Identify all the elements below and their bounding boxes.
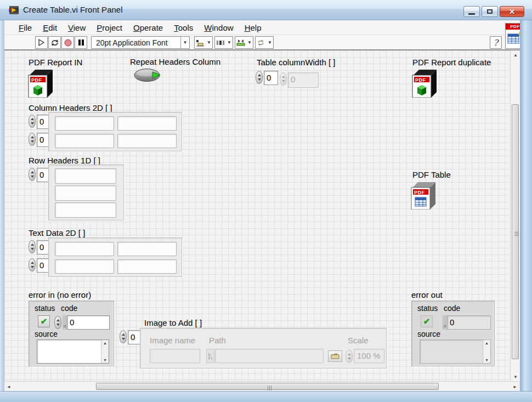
- chevron-down-icon: [180, 37, 189, 48]
- distribute-objects-icon: [215, 39, 226, 47]
- resize-objects-button[interactable]: [235, 36, 253, 49]
- status-boolean[interactable]: ✔: [38, 315, 50, 327]
- window-frame-right: [520, 20, 532, 391]
- array-element-string[interactable]: [55, 259, 114, 274]
- image-name-label: Image name: [150, 336, 195, 345]
- folder-icon: [331, 353, 339, 359]
- run-continuous-icon: [50, 38, 59, 47]
- reorder-objects-icon: [256, 39, 267, 47]
- code-label: code: [61, 304, 77, 313]
- run-continuously-button[interactable]: [48, 36, 61, 49]
- align-objects-icon: [195, 39, 206, 47]
- index-spinner[interactable]: [29, 133, 36, 146]
- minimize-icon: [468, 13, 475, 15]
- menu-tools[interactable]: Tools: [168, 21, 199, 34]
- maximize-icon: [487, 9, 493, 14]
- pause-button[interactable]: [75, 36, 87, 49]
- font-selector[interactable]: 20pt Application Font: [91, 36, 190, 49]
- radix-indicator: d: [443, 315, 447, 330]
- run-button[interactable]: [35, 36, 48, 49]
- text-data-2d-array: [48, 237, 182, 277]
- source-string[interactable]: ▲ ▼: [37, 339, 109, 364]
- column-headers-2d-col-index: 0: [29, 133, 51, 147]
- array-element-string[interactable]: [55, 202, 116, 218]
- reorder-objects-button[interactable]: [255, 36, 274, 49]
- array-element-string[interactable]: [117, 134, 177, 148]
- align-objects-button[interactable]: [194, 36, 213, 49]
- scroll-down-icon[interactable]: ▼: [511, 372, 520, 381]
- maximize-button[interactable]: [482, 6, 498, 17]
- svg-text:PDF: PDF: [415, 77, 426, 83]
- index-spinner[interactable]: [120, 330, 127, 343]
- svg-text:PDF: PDF: [31, 77, 42, 83]
- distribute-objects-button[interactable]: [214, 36, 233, 49]
- repeat-headers-column-button[interactable]: [133, 67, 163, 83]
- menu-view[interactable]: View: [63, 21, 91, 34]
- pdf-table-label: PDF Table: [412, 170, 451, 179]
- scroll-up-icon[interactable]: ▲: [485, 341, 489, 345]
- menu-help[interactable]: Help: [239, 21, 267, 34]
- context-help-button[interactable]: ?: [490, 36, 502, 49]
- source-scrollbar[interactable]: ▲ ▼: [101, 340, 109, 363]
- thumb-grip: [268, 386, 272, 390]
- pdf-report-in-icon[interactable]: PDF: [27, 69, 54, 98]
- chevron-down-icon: [226, 37, 233, 48]
- scroll-right-icon[interactable]: ►: [511, 382, 519, 392]
- source-string: ▲ ▼: [420, 339, 491, 364]
- index-spinner[interactable]: [29, 168, 36, 181]
- scroll-down-icon[interactable]: ▼: [485, 358, 489, 362]
- source-scrollbar[interactable]: ▲ ▼: [483, 340, 490, 363]
- svg-text:PDF: PDF: [414, 190, 425, 195]
- image-to-add-index: 0: [120, 330, 142, 344]
- code-value[interactable]: 0: [67, 315, 110, 330]
- pdf-table-icon[interactable]: PDF: [410, 181, 437, 210]
- scroll-up-icon[interactable]: ▲: [103, 341, 107, 345]
- abort-button[interactable]: [61, 36, 74, 49]
- column-headers-2d-array: [48, 112, 182, 151]
- index-spinner[interactable]: [29, 115, 36, 128]
- pdf-report-duplicate-icon[interactable]: PDF: [411, 69, 438, 98]
- labview-vi-icon: [9, 5, 19, 15]
- array-element-string[interactable]: [117, 242, 177, 256]
- array-element-string[interactable]: [55, 168, 116, 184]
- array-element-string[interactable]: [117, 259, 177, 274]
- vertical-scrollbar-thumb[interactable]: [512, 104, 519, 359]
- status-label: status: [417, 304, 438, 313]
- horizontal-scrollbar[interactable]: ◄ ►: [4, 381, 519, 391]
- front-panel-workspace[interactable]: PDF Report IN PDF Repeat Headers Column …: [4, 50, 510, 381]
- title-bar[interactable]: Create Table.vi Front Panel ✕: [0, 0, 532, 20]
- vertical-scrollbar[interactable]: ▲ ▼: [510, 50, 520, 381]
- browse-button: [328, 350, 342, 362]
- array-element-string[interactable]: [55, 242, 114, 256]
- radix-indicator[interactable]: d: [63, 315, 67, 330]
- horizontal-scrollbar-thumb[interactable]: [96, 383, 439, 390]
- font-selector-value: 20pt Application Font: [92, 38, 180, 47]
- numeric-spinner[interactable]: [54, 316, 61, 329]
- image-name-field: [150, 349, 200, 363]
- array-element-string[interactable]: [117, 116, 177, 131]
- menu-edit[interactable]: Edit: [37, 21, 63, 34]
- menu-operate[interactable]: Operate: [128, 21, 168, 34]
- menu-project[interactable]: Project: [91, 21, 128, 34]
- index-spinner[interactable]: [29, 258, 36, 271]
- status-label: status: [35, 304, 55, 313]
- array-index-value[interactable]: 0: [264, 71, 278, 85]
- table-columnwidth-value: 0: [288, 72, 319, 88]
- labview-front-panel-window: Create Table.vi Front Panel ✕ File Edit …: [0, 0, 532, 402]
- close-button[interactable]: ✕: [500, 6, 524, 17]
- scroll-up-icon[interactable]: ▲: [511, 50, 520, 59]
- index-spinner[interactable]: [29, 240, 36, 253]
- array-element-string[interactable]: [55, 116, 114, 131]
- menu-bar: File Edit View Project Operate Tools Win…: [4, 20, 520, 35]
- menu-file[interactable]: File: [13, 21, 37, 34]
- array-element-string[interactable]: [55, 134, 114, 148]
- scroll-left-icon[interactable]: ◄: [4, 382, 13, 392]
- source-label: source: [35, 330, 58, 338]
- path-label: Path: [209, 336, 226, 345]
- minimize-button[interactable]: [463, 6, 480, 17]
- index-spinner[interactable]: [256, 71, 263, 84]
- scroll-down-icon[interactable]: ▼: [103, 358, 107, 362]
- table-columnwidth-label: Table columnWidth [ ]: [257, 58, 335, 67]
- array-element-string[interactable]: [55, 185, 116, 201]
- menu-window[interactable]: Window: [199, 21, 239, 34]
